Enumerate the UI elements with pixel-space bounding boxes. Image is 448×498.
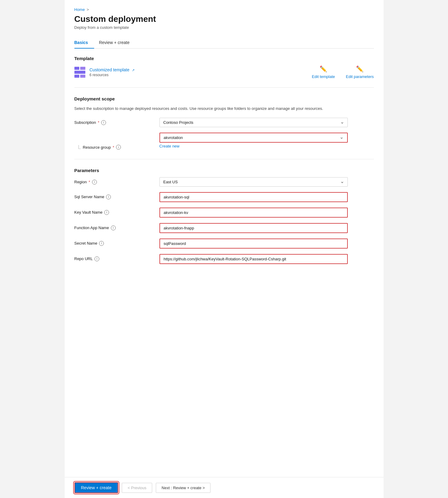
secret-name-control <box>159 239 348 249</box>
template-icon <box>74 67 85 78</box>
resource-group-control: akvrotation Create new <box>159 133 348 148</box>
footer: Review + create < Previous Next : Review… <box>65 477 384 498</box>
repo-url-info-icon[interactable]: i <box>94 256 99 261</box>
region-select-wrapper: East US <box>159 177 348 187</box>
repo-url-label: Repo URL i <box>74 254 159 261</box>
subscription-select[interactable]: Contoso Projects <box>159 118 348 127</box>
home-link[interactable]: Home <box>74 7 85 12</box>
key-vault-name-control <box>159 208 348 218</box>
secret-name-row: Secret Name i <box>74 239 374 249</box>
rg-info-icon[interactable]: i <box>116 145 121 150</box>
template-resources: 6 resources <box>90 73 135 77</box>
template-info: Customized template ↗ 6 resources <box>74 67 135 78</box>
key-vault-name-label: Key Vault Name i <box>74 208 159 215</box>
tab-review-create[interactable]: Review + create <box>99 37 136 49</box>
sql-server-name-label: Sql Server Name i <box>74 192 159 199</box>
template-row: Customized template ↗ 6 resources ✏️ Edi… <box>74 65 374 79</box>
deployment-scope-section: Deployment scope Select the subscription… <box>74 96 374 151</box>
template-actions: ✏️ Edit template ✏️ Edit parameters <box>312 65 374 79</box>
tabs-container: Basics Review + create <box>74 37 374 49</box>
resource-group-label-text: Resource group <box>83 145 111 150</box>
edit-parameters-action[interactable]: ✏️ Edit parameters <box>346 65 374 79</box>
edit-template-label: Edit template <box>312 74 335 79</box>
function-app-name-label: Function App Name i <box>74 223 159 230</box>
subscription-control: Contoso Projects <box>159 118 348 127</box>
deployment-scope-label: Deployment scope <box>74 96 374 101</box>
region-label: Region * i <box>74 177 159 185</box>
repo-url-row: Repo URL i <box>74 254 374 264</box>
region-required: * <box>89 180 90 184</box>
subscription-select-wrapper: Contoso Projects <box>159 118 348 127</box>
edit-template-action[interactable]: ✏️ Edit template <box>312 65 335 79</box>
function-app-info-icon[interactable]: i <box>111 225 116 230</box>
subscription-info-icon[interactable]: i <box>101 120 106 125</box>
template-text: Customized template ↗ 6 resources <box>90 67 135 77</box>
page-subtitle: Deploy from a custom template <box>74 25 374 30</box>
key-vault-info-icon[interactable]: i <box>104 210 109 215</box>
review-create-button[interactable]: Review + create <box>74 482 118 493</box>
page-title: Custom deployment <box>74 14 374 24</box>
rg-required: * <box>113 145 114 150</box>
secret-name-input[interactable] <box>159 239 348 249</box>
next-button[interactable]: Next : Review + create > <box>156 483 210 493</box>
region-select[interactable]: East US <box>159 177 348 187</box>
create-new-link[interactable]: Create new <box>159 144 348 148</box>
resource-group-row: L Resource group * i akvrotation Create … <box>74 133 374 151</box>
scope-description: Select the subscription to manage deploy… <box>74 106 374 112</box>
function-app-name-input[interactable] <box>159 223 348 233</box>
key-vault-name-row: Key Vault Name i <box>74 208 374 218</box>
region-control: East US <box>159 177 348 187</box>
edit-template-icon: ✏️ <box>320 65 327 73</box>
divider-1 <box>74 87 374 88</box>
subscription-required: * <box>98 120 99 125</box>
breadcrumb-separator: > <box>87 7 89 12</box>
repo-url-input[interactable] <box>159 254 348 264</box>
edit-parameters-icon: ✏️ <box>356 65 364 73</box>
secret-name-info-icon[interactable]: i <box>99 241 104 246</box>
external-link-icon: ↗ <box>132 68 135 72</box>
edit-parameters-label: Edit parameters <box>346 74 374 79</box>
template-section: Template <box>74 56 374 79</box>
sql-server-name-row: Sql Server Name i <box>74 192 374 202</box>
resource-group-select-wrapper: akvrotation <box>159 133 348 143</box>
function-app-name-control <box>159 223 348 233</box>
template-section-label: Template <box>74 56 374 61</box>
template-name-link[interactable]: Customized template <box>90 67 130 72</box>
breadcrumb: Home > <box>74 7 374 12</box>
function-app-name-row: Function App Name i <box>74 223 374 233</box>
sql-server-name-control <box>159 192 348 202</box>
resource-group-label-area: L Resource group * i <box>74 133 159 151</box>
subscription-row: Subscription * i Contoso Projects <box>74 118 374 127</box>
divider-2 <box>74 159 374 159</box>
secret-name-label: Secret Name i <box>74 239 159 246</box>
region-info-icon[interactable]: i <box>92 180 97 185</box>
tab-basics[interactable]: Basics <box>74 37 94 49</box>
sql-server-info-icon[interactable]: i <box>106 195 111 199</box>
sql-server-name-input[interactable] <box>159 192 348 202</box>
resource-group-select[interactable]: akvrotation <box>160 133 347 142</box>
previous-button[interactable]: < Previous <box>122 483 152 493</box>
parameters-section: Parameters Region * i East US <box>74 168 374 264</box>
region-row: Region * i East US <box>74 177 374 187</box>
key-vault-name-input[interactable] <box>159 208 348 218</box>
subscription-label: Subscription * i <box>74 118 159 125</box>
parameters-label: Parameters <box>74 168 374 173</box>
repo-url-control <box>159 254 348 264</box>
